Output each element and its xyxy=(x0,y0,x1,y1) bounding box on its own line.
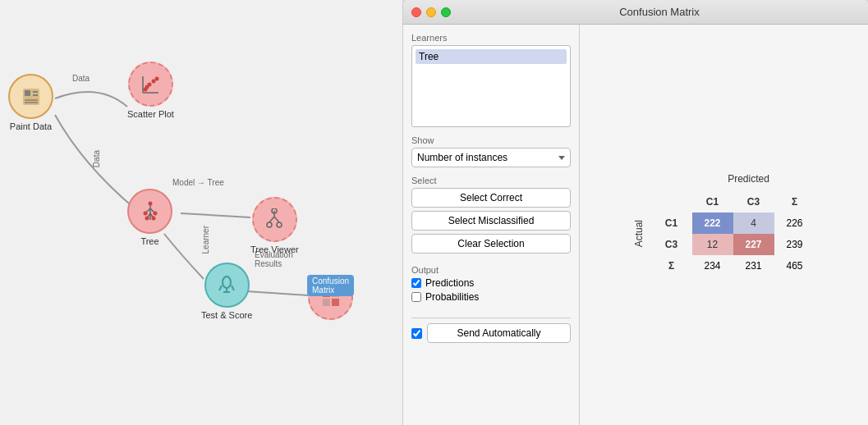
svg-point-22 xyxy=(151,216,155,220)
learners-list[interactable]: Tree xyxy=(411,45,571,127)
matrix-header-c3: C3 xyxy=(733,191,774,212)
scatter-plot-icon xyxy=(139,73,162,96)
svg-line-25 xyxy=(274,217,279,222)
matrix-cell-c3-sum: 239 xyxy=(774,234,815,255)
node-test-score[interactable]: Test & Score xyxy=(201,263,252,320)
matrix-cell-c1-c3: 4 xyxy=(733,212,774,234)
workflow-edges xyxy=(0,0,402,425)
select-correct-button[interactable]: Select Correct xyxy=(411,188,571,208)
learners-label: Learners xyxy=(411,33,571,43)
edge-label-eval-results: EvaluationResults xyxy=(255,250,293,268)
predictions-label: Predictions xyxy=(425,277,474,289)
matrix-cell-c3-c1: 12 xyxy=(692,234,733,255)
svg-point-20 xyxy=(153,211,157,215)
edge-label-data1: Data xyxy=(72,74,90,83)
svg-point-27 xyxy=(267,222,272,227)
matrix-cell-sum-c1: 234 xyxy=(692,255,733,276)
matrix-row-label-c3: C3 xyxy=(651,234,692,255)
svg-point-28 xyxy=(277,222,282,227)
node-paint-data-label: Paint Data xyxy=(10,121,52,131)
matrix-row-sum: Σ 234 231 465 xyxy=(651,255,815,276)
tree-icon xyxy=(139,200,162,223)
matrix-cell-sum-c3: 231 xyxy=(733,255,774,276)
matrix-header-sigma: Σ xyxy=(774,191,815,212)
svg-point-8 xyxy=(152,79,156,83)
confusion-matrix-badge: Confusion Matrix xyxy=(307,275,354,296)
select-misclassified-button[interactable]: Select Misclassified xyxy=(411,211,571,231)
svg-point-9 xyxy=(155,76,159,80)
window-title: Confusion Matrix xyxy=(459,6,860,18)
edge-label-data2: Data xyxy=(92,150,101,167)
predicted-label: Predicted xyxy=(682,173,815,185)
svg-point-19 xyxy=(143,211,147,215)
traffic-lights xyxy=(411,7,451,17)
matrix-header-c1: C1 xyxy=(692,191,733,212)
matrix-with-actual: Actual C1 C3 Σ C1 xyxy=(633,191,815,276)
send-row: Send Automatically xyxy=(411,318,571,348)
learners-section: Learners Tree xyxy=(411,33,571,127)
node-tree-viewer[interactable]: Tree Viewer xyxy=(250,197,299,254)
clear-selection-button[interactable]: Clear Selection xyxy=(411,234,571,254)
node-scatter-plot-label: Scatter Plot xyxy=(127,109,174,119)
svg-point-21 xyxy=(145,216,149,220)
output-section: Output Predictions Probabilities xyxy=(411,265,571,305)
edge-label-learner: Learner xyxy=(201,226,210,254)
svg-line-32 xyxy=(219,286,222,290)
show-section: Show Number of instances Normalized Perc… xyxy=(411,135,571,167)
svg-rect-37 xyxy=(332,299,339,306)
canvas-area: Paint Data Data Data Scatter Plot xyxy=(0,0,402,425)
matrix-panel: Predicted Actual C1 C3 Σ xyxy=(580,25,868,425)
matrix-row-label-sum: Σ xyxy=(651,255,692,276)
svg-rect-1 xyxy=(25,90,30,96)
predictions-checkbox[interactable] xyxy=(411,278,421,288)
svg-point-18 xyxy=(148,201,152,205)
node-scatter-plot[interactable]: Scatter Plot xyxy=(127,62,174,119)
probabilities-checkbox[interactable] xyxy=(411,292,421,302)
matrix-row-c3: C3 12 227 239 xyxy=(651,234,815,255)
show-dropdown[interactable]: Number of instances Normalized Percentag… xyxy=(411,148,571,167)
learner-item-tree[interactable]: Tree xyxy=(416,49,567,64)
matrix-cell-c1-sum: 226 xyxy=(774,212,815,234)
matrix-header-empty xyxy=(651,191,692,212)
matrix-row-c1: C1 222 4 226 xyxy=(651,212,815,234)
matrix-cell-c3-c3: 227 xyxy=(733,234,774,255)
confusion-matrix-table: C1 C3 Σ C1 222 4 226 xyxy=(651,191,815,276)
close-button[interactable] xyxy=(411,7,421,17)
maximize-button[interactable] xyxy=(441,7,451,17)
send-auto-checkbox[interactable] xyxy=(411,328,422,339)
svg-point-10 xyxy=(145,85,149,89)
left-panel: Learners Tree Show Number of instances N… xyxy=(403,25,580,425)
node-tree-label: Tree xyxy=(140,236,158,246)
matrix-cell-sum-total: 465 xyxy=(774,255,815,276)
node-tree[interactable]: Tree xyxy=(127,189,172,246)
send-automatically-button[interactable]: Send Automatically xyxy=(427,323,571,343)
paint-data-icon xyxy=(20,85,43,108)
svg-point-29 xyxy=(223,276,231,288)
svg-line-24 xyxy=(269,217,274,222)
node-paint-data[interactable]: Paint Data xyxy=(8,74,53,131)
node-confusion-matrix[interactable]: Confusion Matrix xyxy=(308,275,353,320)
minimize-button[interactable] xyxy=(426,7,436,17)
matrix-header-row: C1 C3 Σ xyxy=(651,191,815,212)
edge-label-model-tree: Model → Tree xyxy=(172,178,224,187)
window-titlebar: Confusion Matrix xyxy=(403,0,868,25)
confusion-matrix-window: Confusion Matrix Learners Tree Show Numb… xyxy=(402,0,868,425)
probabilities-row: Probabilities xyxy=(411,291,571,303)
select-label: Select xyxy=(411,176,571,185)
actual-label: Actual xyxy=(633,220,645,247)
test-score-icon xyxy=(215,274,238,297)
matrix-cell-c1-c1: 222 xyxy=(692,212,733,234)
probabilities-label: Probabilities xyxy=(425,291,479,303)
output-label: Output xyxy=(411,265,571,275)
predictions-row: Predictions xyxy=(411,277,571,289)
tree-viewer-icon xyxy=(263,208,286,231)
svg-line-33 xyxy=(232,286,234,290)
show-label: Show xyxy=(411,135,571,145)
matrix-row-label-c1: C1 xyxy=(651,212,692,234)
node-test-score-label: Test & Score xyxy=(201,310,252,320)
svg-rect-36 xyxy=(323,299,330,306)
select-section: Select Select Correct Select Misclassifi… xyxy=(411,176,571,257)
matrix-container: Predicted Actual C1 C3 Σ xyxy=(633,173,815,276)
